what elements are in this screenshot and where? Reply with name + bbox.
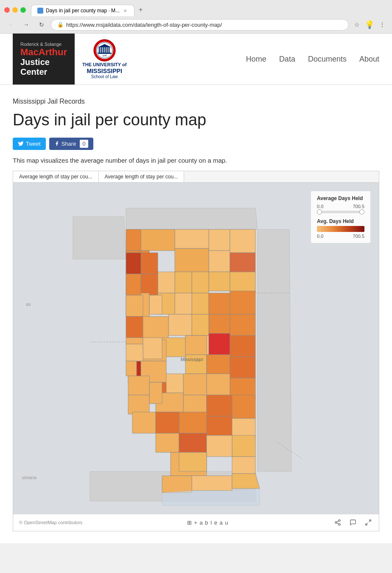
macarthur-sub-text: Roderick & Solange	[20, 41, 67, 47]
legend-slider[interactable]: 0.0 700.5	[317, 204, 364, 213]
browser-chrome: Days in jail per county map · M... ✕ + ←…	[0, 0, 392, 34]
social-buttons: Tweet Share 0	[13, 138, 379, 150]
twitter-icon	[18, 141, 24, 147]
macarthur-center: Center	[20, 67, 67, 77]
tableau-logo: ⊞ + a b l e a u	[187, 519, 229, 526]
toolbar-icons: ☆ 💡 ⋮	[352, 20, 387, 29]
nav-about[interactable]: About	[359, 55, 379, 64]
svg-line-19	[337, 523, 339, 524]
color-gradient	[317, 226, 364, 232]
legend-max: 700.5	[353, 204, 364, 209]
close-button[interactable]	[4, 7, 10, 13]
legend-title: Average Days Held	[317, 195, 364, 201]
facebook-icon	[54, 141, 59, 146]
color-max: 700.5	[353, 234, 364, 239]
extension-icon[interactable]: 💡	[365, 20, 374, 29]
browser-toolbar: ← → ↻ 🔒 https://www.msjaildata.com/data/…	[0, 16, 392, 33]
macarthur-logo[interactable]: Roderick & Solange MacArthur Justice Cen…	[13, 34, 75, 85]
bookmark-icon[interactable]: ☆	[352, 20, 361, 29]
back-button[interactable]: ←	[5, 19, 17, 31]
breadcrumb: Mississippi Jail Records	[13, 98, 379, 105]
reload-button[interactable]: ↻	[36, 19, 48, 31]
color-min: 0.0	[317, 234, 323, 239]
svg-point-17	[335, 522, 337, 523]
legend-min: 0.0	[317, 204, 323, 209]
new-tab-button[interactable]: +	[134, 3, 147, 16]
page-content: Roderick & Solange MacArthur Justice Cen…	[0, 34, 392, 543]
fullscreen-viz-icon[interactable]	[364, 518, 373, 527]
address-bar[interactable]: 🔒 https://www.msjaildata.com/data/length…	[51, 19, 349, 31]
color-legend-title: Avg. Days Held	[317, 218, 364, 224]
active-tab[interactable]: Days in jail per county map · M... ✕	[31, 5, 134, 16]
legend-range: 0.0 700.5	[317, 204, 364, 209]
state-label-la: uisiana	[22, 475, 36, 480]
svg-rect-6	[104, 47, 106, 53]
slider-track[interactable]	[317, 211, 364, 213]
tableau-actions	[333, 518, 373, 527]
nav-home[interactable]: Home	[246, 55, 266, 64]
tableau-tab-2[interactable]: Average length of stay per cou...	[99, 171, 185, 182]
map-legend: Average Days Held 0.0 700.5 Avg. Days He…	[311, 191, 370, 243]
minimize-button[interactable]	[12, 7, 18, 13]
share-label: Share	[62, 141, 76, 147]
share-viz-icon[interactable]	[333, 518, 342, 527]
traffic-lights	[4, 7, 26, 13]
svg-point-18	[339, 524, 340, 525]
svg-rect-3	[98, 47, 100, 53]
university-logo[interactable]: 1848 THE UNIVERSITY of MISSISSIPPI Schoo…	[75, 34, 134, 84]
svg-line-21	[369, 520, 371, 522]
main-content: Mississippi Jail Records Days in jail pe…	[0, 85, 392, 531]
nav-menu: Home Data Documents About	[246, 55, 379, 64]
maximize-button[interactable]	[20, 7, 26, 13]
tableau-footer: © OpenStreetMap contributors ⊞ + a b l e…	[13, 514, 379, 531]
openstreetmap-credit: © OpenStreetMap contributors	[19, 520, 82, 525]
tweet-button[interactable]: Tweet	[13, 138, 46, 150]
url-text: https://www.msjaildata.com/data/length-o…	[66, 22, 342, 28]
share-count: 0	[80, 140, 88, 148]
tab-title: Days in jail per county map · M...	[46, 8, 120, 14]
tableau-container: Average length of stay per cou... Averag…	[13, 171, 379, 531]
svg-line-22	[366, 523, 368, 525]
svg-point-16	[339, 519, 340, 521]
nav-documents[interactable]: Documents	[308, 55, 347, 64]
menu-icon[interactable]: ⋮	[378, 20, 387, 29]
site-header: Roderick & Solange MacArthur Justice Cen…	[0, 34, 392, 85]
svg-text:Mississippi: Mississippi	[180, 357, 203, 362]
tab-close-button[interactable]: ✕	[122, 8, 128, 14]
svg-rect-5	[103, 47, 104, 53]
university-seal-icon: 1848	[93, 39, 116, 62]
color-range: 0.0 700.5	[317, 234, 364, 239]
nav-data[interactable]: Data	[279, 55, 295, 64]
svg-line-20	[337, 521, 339, 522]
lock-icon: 🔒	[57, 22, 64, 28]
svg-rect-7	[106, 47, 108, 53]
slider-handle-left[interactable]	[317, 209, 322, 215]
svg-rect-8	[108, 47, 109, 53]
state-label-ar: as	[26, 302, 31, 307]
svg-rect-4	[101, 47, 102, 53]
svg-text:1848: 1848	[102, 55, 107, 57]
page-title: Days in jail per county map	[13, 110, 379, 130]
tab-favicon	[37, 8, 43, 14]
tab-bar: Days in jail per county map · M... ✕ +	[31, 3, 388, 16]
svg-rect-10	[98, 53, 111, 54]
logo-area: Roderick & Solange MacArthur Justice Cen…	[13, 34, 134, 85]
forward-button[interactable]: →	[20, 19, 32, 31]
tableau-tab-1[interactable]: Average length of stay per cou...	[13, 171, 99, 182]
macarthur-name: MacArthur	[20, 47, 67, 57]
browser-titlebar: Days in jail per county map · M... ✕ +	[0, 0, 392, 16]
macarthur-justice: Justice	[20, 57, 67, 67]
tweet-label: Tweet	[26, 141, 41, 147]
slider-handle-right[interactable]	[359, 209, 364, 215]
tableau-visualization[interactable]: Mississippi as uisiana Average Days Held	[13, 183, 379, 531]
share-button[interactable]: Share 0	[49, 138, 93, 150]
comment-viz-icon[interactable]	[348, 518, 358, 527]
university-name: THE UNIVERSITY of MISSISSIPPI School of …	[82, 62, 126, 80]
description: This map visualizes the average number o…	[13, 157, 379, 164]
tableau-tabs: Average length of stay per cou... Averag…	[13, 171, 379, 183]
